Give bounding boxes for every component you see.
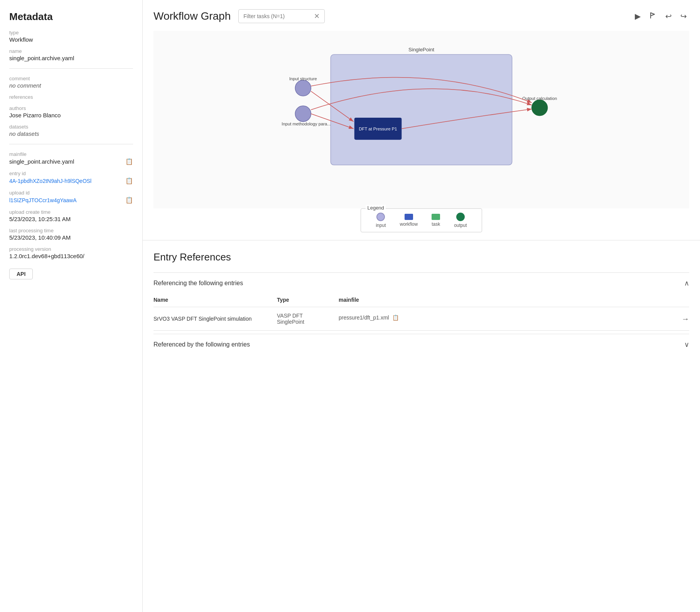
- mainfile-copy-icon[interactable]: 📋: [125, 158, 133, 165]
- col-type-header: Type: [277, 294, 339, 307]
- legend-output-item: output: [447, 213, 474, 228]
- sidebar-title: Metadata: [9, 11, 133, 23]
- filter-clear-icon[interactable]: ✕: [314, 12, 320, 20]
- refs-title: Entry References: [153, 251, 689, 263]
- authors-value: Jose Pizarro Blanco: [9, 112, 133, 118]
- referenced-by-chevron-down-icon: ∨: [684, 340, 689, 349]
- output-calc-label: Output calculation: [522, 96, 557, 101]
- main-content: Workflow Graph ✕ ▶ ↩ ↪: [143, 0, 700, 612]
- mainfile-value: single_point.archive.yaml: [9, 158, 74, 165]
- datasets-value: no datasets: [9, 130, 133, 137]
- referenced-by-header[interactable]: Referenced by the following entries ∨: [153, 334, 689, 355]
- upload-create-value: 5/23/2023, 10:25:31 AM: [9, 216, 133, 222]
- graph-section: Workflow Graph ✕ ▶ ↩ ↪: [143, 0, 700, 240]
- legend-task-item: task: [425, 214, 447, 227]
- legend-output-icon: [456, 213, 465, 221]
- entry-id-value[interactable]: 4A-1pbdhXZo2tN9ahJ-h9lSQeOSl: [9, 178, 91, 184]
- entry-id-row: 4A-1pbdhXZo2tN9ahJ-h9lSQeOSl 📋: [9, 177, 133, 184]
- authors-label: authors: [9, 105, 133, 111]
- mainfile-row-copy-icon[interactable]: 📋: [392, 314, 399, 321]
- api-button[interactable]: API: [9, 269, 33, 279]
- sidebar: Metadata type Workflow name single_point…: [0, 0, 143, 612]
- mainfile-label: mainfile: [9, 151, 133, 157]
- upload-id-copy-icon[interactable]: 📋: [125, 196, 133, 204]
- entry-id-copy-icon[interactable]: 📋: [125, 177, 133, 184]
- datasets-label: datasets: [9, 124, 133, 130]
- flag-button[interactable]: [647, 10, 659, 23]
- graph-svg: SinglePoint DFT at Pressure P1 Input str…: [153, 31, 689, 208]
- output-calc-node: [532, 100, 548, 116]
- table-row: SrVO3 VASP DFT SinglePoint simulation VA…: [153, 307, 689, 331]
- refs-section: Entry References Referencing the followi…: [143, 240, 700, 363]
- dft-task-label: DFT at Pressure P1: [359, 127, 397, 131]
- input-methodology-label: Input methodology para...: [282, 122, 331, 126]
- comment-value: no comment: [9, 82, 133, 89]
- comment-label: comment: [9, 76, 133, 81]
- last-processing-label: last processing time: [9, 228, 133, 233]
- divider-1: [9, 68, 133, 69]
- legend-task-label: task: [432, 221, 440, 227]
- redo-button[interactable]: ↪: [678, 10, 689, 22]
- legend-input-icon: [376, 213, 385, 221]
- filter-bar: ✕: [238, 9, 325, 23]
- refs-table: Name Type mainfile SrVO3 VASP DFT Single…: [153, 294, 689, 331]
- legend-title: Legend: [366, 205, 385, 211]
- input-structure-node: [295, 80, 311, 96]
- row-mainfile: pressure1/dft_p1.xml 📋 →: [339, 307, 689, 331]
- upload-create-label: upload create time: [9, 209, 133, 215]
- entry-id-label: entry id: [9, 171, 133, 176]
- referenced-by-label: Referenced by the following entries: [153, 341, 250, 348]
- mainfile-row: single_point.archive.yaml 📋: [9, 158, 133, 165]
- references-label: references: [9, 94, 133, 100]
- filter-input[interactable]: [243, 13, 311, 19]
- row-type: VASP DFTSinglePoint: [277, 307, 339, 331]
- graph-canvas: SinglePoint DFT at Pressure P1 Input str…: [153, 31, 689, 208]
- col-name-header: Name: [153, 294, 277, 307]
- graph-header: Workflow Graph ✕ ▶ ↩ ↪: [153, 9, 689, 23]
- upload-id-value[interactable]: l1SIZPqJTOCcr1w4gYaawA: [9, 197, 77, 203]
- undo-button[interactable]: ↩: [663, 10, 674, 22]
- processing-version-value: 1.2.0rc1.dev68+gbd113ce60/: [9, 253, 133, 259]
- singlepoint-label: SinglePoint: [408, 47, 434, 52]
- upload-id-label: upload id: [9, 190, 133, 196]
- legend-output-label: output: [454, 223, 467, 228]
- input-methodology-node: [295, 106, 311, 122]
- graph-title: Workflow Graph: [153, 10, 231, 22]
- divider-2: [9, 144, 133, 144]
- legend-workflow-icon: [405, 214, 413, 220]
- play-button[interactable]: ▶: [633, 10, 643, 22]
- referencing-header[interactable]: Referencing the following entries ∧: [153, 273, 689, 294]
- legend-input-item: input: [369, 213, 393, 228]
- type-value: Workflow: [9, 36, 133, 43]
- referencing-chevron-up-icon: ∧: [684, 279, 689, 287]
- legend-workflow-item: workflow: [393, 214, 425, 227]
- processing-version-label: processing version: [9, 246, 133, 252]
- name-value: single_point.archive.yaml: [9, 55, 133, 61]
- last-processing-value: 5/23/2023, 10:40:09 AM: [9, 234, 133, 241]
- upload-id-row: l1SIZPqJTOCcr1w4gYaawA 📋: [9, 196, 133, 204]
- graph-toolbar: ▶ ↩ ↪: [633, 10, 689, 23]
- name-label: name: [9, 48, 133, 54]
- type-label: type: [9, 30, 133, 36]
- row-name: SrVO3 VASP DFT SinglePoint simulation: [153, 307, 277, 331]
- referenced-by-section: Referenced by the following entries ∨: [153, 334, 689, 355]
- legend-task-icon: [432, 214, 440, 220]
- input-structure-label: Input structure: [289, 76, 317, 81]
- singlepoint-group: [331, 54, 512, 165]
- referencing-section: Referencing the following entries ∧ Name…: [153, 272, 689, 331]
- legend-workflow-label: workflow: [400, 221, 418, 227]
- legend: Legend input workflow task output: [361, 208, 482, 232]
- legend-input-label: input: [376, 223, 386, 228]
- row-navigate-button[interactable]: →: [681, 314, 689, 323]
- referencing-label: Referencing the following entries: [153, 280, 243, 287]
- col-mainfile-header: mainfile: [339, 294, 689, 307]
